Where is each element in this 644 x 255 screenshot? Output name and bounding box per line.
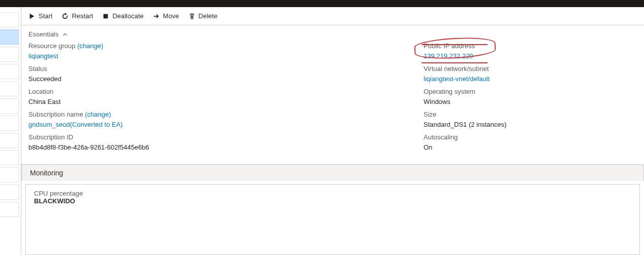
restart-button-label: Restart <box>72 12 93 20</box>
resource-group-change-link[interactable]: (change) <box>77 42 103 50</box>
resource-group-value[interactable]: liqiangtest <box>28 51 424 61</box>
vnet-value[interactable]: liqiangtest-vnet/default <box>424 74 637 84</box>
annotation-strike <box>422 62 488 63</box>
nav-tile[interactable] <box>0 185 19 200</box>
delete-button[interactable]: Delete <box>188 12 218 20</box>
essentials-header[interactable]: Essentials <box>21 25 644 41</box>
subscription-id-value: b8b4d8f8-f3be-426a-9261-602f5445e6b6 <box>28 142 424 153</box>
essentials-panel: Resource group (change) liqiangtest Stat… <box>21 41 644 162</box>
command-bar: Start Restart Deallocate Move Delete <box>21 7 644 25</box>
nav-tile[interactable] <box>0 64 19 79</box>
status-value: Succeeded <box>28 74 424 84</box>
move-button[interactable]: Move <box>153 12 179 20</box>
os-label: Operating system <box>424 87 637 97</box>
restart-button[interactable]: Restart <box>61 12 93 20</box>
vnet-label: Virtual network/subnet <box>424 64 637 74</box>
cpu-card-subtitle: BLACKWIDO <box>34 197 631 205</box>
subscription-id-label: Subscription ID <box>28 132 424 142</box>
size-value: Standard_DS1 (2 instances) <box>424 120 637 130</box>
svg-rect-0 <box>104 14 108 18</box>
status-label: Status <box>28 64 424 74</box>
delete-button-label: Delete <box>199 12 218 20</box>
deallocate-button-label: Deallocate <box>112 12 143 20</box>
top-bar <box>0 0 644 7</box>
location-value: China East <box>28 97 424 107</box>
autoscaling-value: On <box>424 142 637 153</box>
nav-tile[interactable] <box>0 81 19 96</box>
start-button[interactable]: Start <box>28 12 52 20</box>
resource-group-label: Resource group <box>28 42 76 50</box>
nav-tile[interactable] <box>0 167 19 183</box>
restart-icon <box>61 13 69 20</box>
play-icon <box>28 13 36 20</box>
essentials-header-label: Essentials <box>28 30 58 38</box>
nav-tile[interactable] <box>0 47 19 62</box>
nav-tile[interactable] <box>0 202 19 217</box>
nav-tile-active[interactable] <box>0 29 19 45</box>
arrow-right-icon <box>153 13 160 20</box>
cpu-card-title: CPU percentage <box>34 190 631 197</box>
public-ip-label: Public IP address <box>424 41 637 51</box>
left-nav-rail <box>0 7 21 255</box>
os-value: Windows <box>424 97 637 107</box>
nav-tile[interactable] <box>0 116 19 131</box>
deallocate-button[interactable]: Deallocate <box>102 12 143 20</box>
autoscaling-label: Autoscaling <box>424 132 637 142</box>
move-button-label: Move <box>163 12 179 20</box>
subscription-change-link[interactable]: (change) <box>85 111 111 118</box>
location-label: Location <box>28 87 424 97</box>
cpu-percentage-card[interactable]: CPU percentage BLACKWIDO <box>25 184 640 255</box>
subscription-name-value[interactable]: gridsum_seod(Converted to EA) <box>28 120 424 130</box>
nav-tile[interactable] <box>0 12 19 27</box>
nav-tile[interactable] <box>0 150 19 165</box>
trash-icon <box>188 13 196 20</box>
start-button-label: Start <box>39 12 52 20</box>
chevron-up-icon <box>62 32 68 37</box>
size-label: Size <box>424 110 637 120</box>
monitoring-section-header: Monitoring <box>21 164 644 181</box>
stop-icon <box>102 13 109 20</box>
subscription-name-label: Subscription name <box>28 111 83 118</box>
nav-tile[interactable] <box>0 98 19 114</box>
nav-tile[interactable] <box>0 133 19 148</box>
public-ip-value[interactable]: 139.219.232.229 <box>424 51 637 61</box>
